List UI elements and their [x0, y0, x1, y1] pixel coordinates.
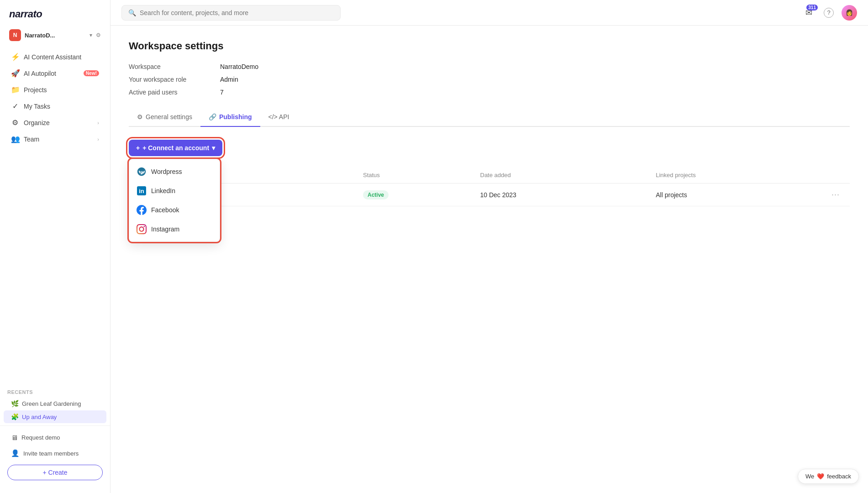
facebook-label: Facebook	[151, 206, 179, 214]
connect-dropdown-container: + + Connect an account ▾ Wordpress	[129, 140, 222, 156]
up-and-away-icon: 🧩	[11, 413, 18, 420]
question-mark-icon: ?	[824, 8, 834, 18]
organize-icon: ⚙	[11, 118, 19, 127]
new-badge: New!	[84, 70, 99, 76]
role-value: Admin	[220, 76, 238, 83]
linkedin-icon: in	[137, 186, 147, 196]
dropdown-item-wordpress[interactable]: Wordpress	[129, 162, 220, 181]
account-date-cell: 10 Dec 2023	[480, 191, 656, 199]
tab-general[interactable]: ⚙ General settings	[129, 109, 200, 127]
recent-item-green-leaf[interactable]: 🌿 Green Leaf Gardening	[4, 397, 106, 410]
table-row: Active 10 Dec 2023 All projects ···	[129, 184, 850, 206]
chevron-down-icon: ▾	[212, 144, 215, 152]
settings-tabs: ⚙ General settings 🔗 Publishing </> API	[129, 109, 850, 127]
workspace-value: NarratoDemo	[220, 63, 258, 70]
organize-label: Organize	[24, 119, 93, 126]
col-header-projects: Linked projects	[656, 172, 831, 178]
feedback-label: We	[805, 473, 814, 480]
linkedin-label: LinkedIn	[151, 187, 175, 194]
up-and-away-label: Up and Away	[22, 414, 57, 420]
feedback-button[interactable]: We ❤️ feedback	[798, 469, 859, 484]
ai-content-icon: ⚡	[11, 52, 19, 61]
invite-team-label: Invite team members	[23, 450, 79, 457]
connect-account-button[interactable]: + + Connect an account ▾	[129, 140, 222, 156]
status-badge: Active	[363, 190, 389, 199]
dropdown-item-linkedin[interactable]: in LinkedIn	[129, 181, 220, 200]
dropdown-item-instagram[interactable]: Instagram	[129, 220, 220, 239]
sidebar-item-team[interactable]: 👥 Team ›	[4, 131, 106, 147]
sidebar-item-my-tasks[interactable]: ✓ My Tasks	[4, 98, 106, 114]
account-status-cell: Active	[363, 190, 480, 199]
row-actions-button[interactable]: ···	[831, 190, 850, 199]
search-icon: 🔍	[128, 9, 136, 16]
projects-icon: 📁	[11, 85, 19, 94]
workspace-row: Workspace NarratoDemo	[129, 63, 850, 70]
facebook-icon	[137, 205, 147, 215]
tab-publishing[interactable]: 🔗 Publishing	[200, 109, 260, 127]
request-demo-item[interactable]: 🖥 Request demo	[4, 430, 106, 445]
search-input[interactable]	[140, 9, 334, 16]
account-projects-cell: All projects	[656, 191, 831, 199]
green-leaf-label: Green Leaf Gardening	[22, 400, 81, 407]
create-button[interactable]: + Create	[7, 465, 103, 480]
instagram-icon	[137, 224, 147, 234]
user-avatar[interactable]: 👩	[842, 5, 857, 21]
sidebar-bottom: 🖥 Request demo 👤 Invite team members + C…	[0, 425, 110, 486]
header: 🔍 ✉ 311 ? 👩	[110, 0, 868, 26]
invite-team-icon: 👤	[11, 449, 20, 457]
publishing-section: + + Connect an account ▾ Wordpress	[129, 140, 850, 221]
team-label: Team	[24, 136, 93, 143]
notification-badge: 311	[806, 5, 818, 10]
col-header-status: Status	[363, 172, 480, 178]
heart-icon: ❤️	[817, 473, 824, 480]
request-demo-label: Request demo	[21, 434, 60, 441]
organize-chevron-icon: ›	[97, 120, 99, 126]
sidebar-item-organize[interactable]: ⚙ Organize ›	[4, 115, 106, 131]
main-nav: ⚡ AI Content Assistant 🚀 AI Autopilot Ne…	[0, 45, 110, 382]
recents-title: Recents	[0, 384, 110, 397]
accounts-table: Status Date added Linked projects Active…	[129, 167, 850, 206]
team-icon: 👥	[11, 135, 19, 143]
my-tasks-icon: ✓	[11, 102, 19, 110]
mail-icon-button[interactable]: ✉ 311	[801, 5, 816, 20]
help-icon-button[interactable]: ?	[821, 5, 836, 20]
col-header-date: Date added	[480, 172, 656, 178]
connect-button-label: + Connect an account	[142, 144, 209, 152]
plus-icon: +	[136, 144, 140, 152]
workspace-gear-icon[interactable]: ⚙	[96, 32, 101, 38]
active-users-label: Active paid users	[129, 89, 220, 96]
feedback-text: feedback	[827, 473, 851, 480]
my-tasks-label: My Tasks	[24, 103, 99, 110]
logo: narrato	[0, 0, 110, 26]
dropdown-item-facebook[interactable]: Facebook	[129, 200, 220, 220]
recent-item-up-and-away[interactable]: 🧩 Up and Away	[4, 410, 106, 423]
connect-dropdown-menu: Wordpress in LinkedIn	[129, 159, 220, 242]
role-row: Your workspace role Admin	[129, 76, 850, 83]
workspace-info: Workspace NarratoDemo Your workspace rol…	[129, 63, 850, 96]
green-leaf-icon: 🌿	[11, 400, 18, 407]
ai-content-label: AI Content Assistant	[24, 53, 99, 61]
avatar-initials: 👩	[846, 9, 853, 16]
table-header: Status Date added Linked projects	[129, 167, 850, 184]
workspace-selector[interactable]: N NarratoD... ▾ ⚙	[4, 26, 106, 45]
sidebar-item-ai-autopilot[interactable]: 🚀 AI Autopilot New!	[4, 65, 106, 81]
sidebar: narrato N NarratoD... ▾ ⚙ ⚡ AI Content A…	[0, 0, 110, 493]
workspace-avatar: N	[9, 29, 21, 41]
sidebar-item-ai-content[interactable]: ⚡ AI Content Assistant	[4, 49, 106, 65]
sidebar-item-projects[interactable]: 📁 Projects	[4, 82, 106, 98]
more-options-icon[interactable]: ···	[831, 190, 840, 199]
ai-autopilot-icon: 🚀	[11, 69, 19, 78]
api-tab-label: </> API	[268, 113, 289, 121]
tab-api[interactable]: </> API	[260, 109, 298, 127]
invite-team-item[interactable]: 👤 Invite team members	[4, 446, 106, 461]
search-bar[interactable]: 🔍	[121, 5, 341, 21]
request-demo-icon: 🖥	[11, 434, 18, 441]
workspace-name: NarratoD...	[25, 32, 86, 39]
recents-section: Recents 🌿 Green Leaf Gardening 🧩 Up and …	[0, 382, 110, 425]
active-users-value: 7	[220, 89, 224, 96]
instagram-label: Instagram	[151, 226, 179, 233]
ai-autopilot-label: AI Autopilot	[24, 70, 77, 77]
page-content: Workspace settings Workspace NarratoDemo…	[110, 26, 868, 493]
projects-label: Projects	[24, 86, 99, 94]
main-content: 🔍 ✉ 311 ? 👩 Workspace settings Workspace…	[110, 0, 868, 493]
